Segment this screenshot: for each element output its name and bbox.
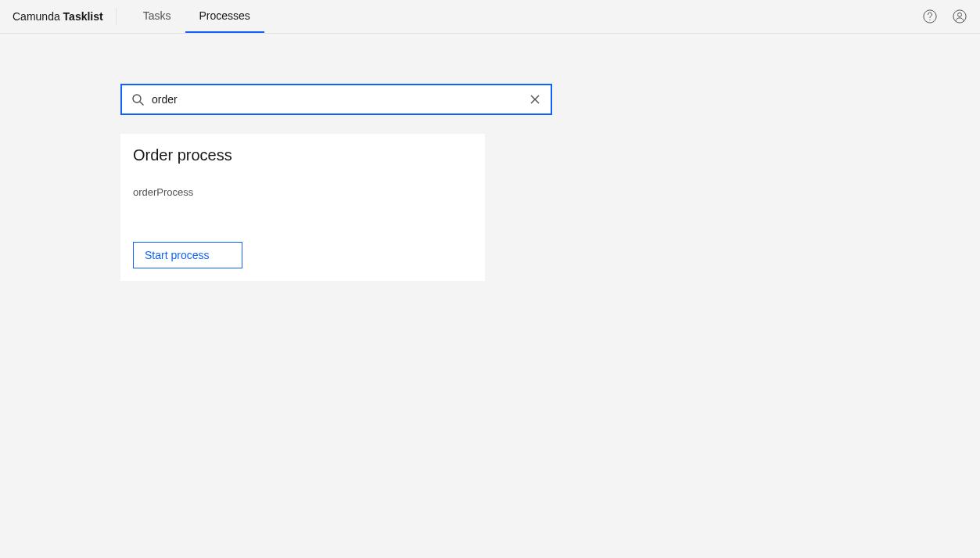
svg-point-3 — [958, 13, 962, 16]
results-list: Order process orderProcess Start process — [120, 134, 980, 281]
search-input[interactable] — [144, 93, 529, 106]
search-icon — [131, 93, 144, 106]
nav-tabs: Tasks Processes — [129, 0, 264, 33]
user-avatar-icon[interactable] — [952, 9, 967, 24]
brand-name: Tasklist — [63, 10, 103, 23]
tab-processes[interactable]: Processes — [185, 0, 264, 33]
tab-label: Tasks — [143, 9, 171, 22]
svg-line-5 — [140, 102, 143, 105]
svg-point-4 — [133, 95, 141, 103]
start-process-label: Start process — [145, 249, 209, 261]
help-icon[interactable] — [922, 9, 938, 24]
start-process-button[interactable]: Start process — [133, 242, 242, 268]
clear-icon[interactable] — [529, 93, 541, 106]
app-header: Camunda Tasklist Tasks Processes — [0, 0, 980, 34]
header-right — [922, 9, 967, 24]
process-card: Order process orderProcess Start process — [120, 134, 485, 281]
search-box[interactable] — [120, 84, 552, 115]
process-key: orderProcess — [133, 186, 472, 198]
process-title: Order process — [133, 146, 472, 164]
svg-point-1 — [929, 20, 930, 20]
brand: Camunda Tasklist — [13, 8, 117, 25]
header-left: Camunda Tasklist Tasks Processes — [13, 0, 264, 33]
tab-label: Processes — [199, 9, 250, 22]
brand-prefix: Camunda — [13, 10, 63, 23]
main-content: Order process orderProcess Start process — [0, 34, 980, 281]
tab-tasks[interactable]: Tasks — [129, 0, 185, 33]
